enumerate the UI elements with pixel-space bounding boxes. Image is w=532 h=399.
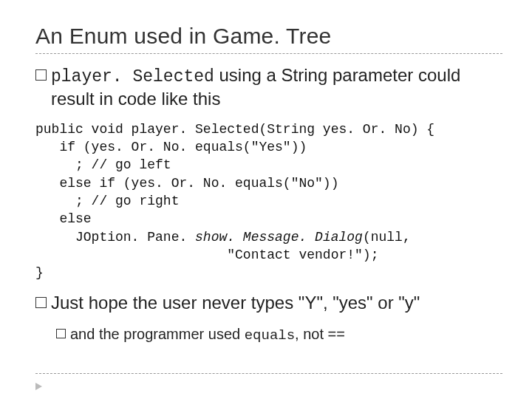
bullet-box-icon — [35, 69, 47, 81]
code-l5: ; // go right — [35, 194, 179, 208]
bullet-1-text: player. Selected using a String paramete… — [51, 64, 502, 110]
triangle-icon — [35, 383, 42, 390]
sub-a: and the programmer used — [70, 326, 245, 342]
bullet-1-code: player. Selected — [51, 67, 214, 86]
code-l3: ; // go left — [35, 157, 171, 172]
code-l7c: (null, — [363, 230, 411, 245]
code-l8: "Contact vendor!"); — [35, 248, 378, 262]
code-block: public void player. Selected(String yes.… — [35, 120, 502, 282]
code-l2: if (yes. Or. No. equals("Yes")) — [35, 140, 307, 154]
sub-c: , not == — [295, 326, 345, 342]
slide: An Enum used in Game. Tree player. Selec… — [0, 0, 532, 399]
footer-divider — [35, 373, 502, 374]
code-l7b: show. Message. Dialog — [195, 230, 363, 245]
code-l7a: JOption. Pane. — [35, 230, 195, 245]
bullet-2: Just hope the user never types "Y", "yes… — [35, 292, 502, 314]
bullet-box-icon — [35, 297, 47, 308]
code-l4: else if (yes. Or. No. equals("No")) — [35, 176, 338, 191]
sub-b: equals — [245, 327, 295, 344]
code-l1: public void player. Selected(String yes.… — [35, 122, 434, 137]
code-l6: else — [35, 211, 92, 226]
slide-title: An Enum used in Game. Tree — [35, 24, 502, 49]
bullet-box-icon — [56, 329, 66, 338]
bullet-2-text: Just hope the user never types "Y", "yes… — [51, 292, 502, 314]
code-l9: } — [35, 265, 44, 280]
title-divider — [35, 53, 502, 54]
sub-bullet-1: and the programmer used equals, not == — [56, 324, 502, 345]
sub-bullet-text: and the programmer used equals, not == — [70, 324, 345, 345]
bullet-1: player. Selected using a String paramete… — [35, 64, 502, 110]
